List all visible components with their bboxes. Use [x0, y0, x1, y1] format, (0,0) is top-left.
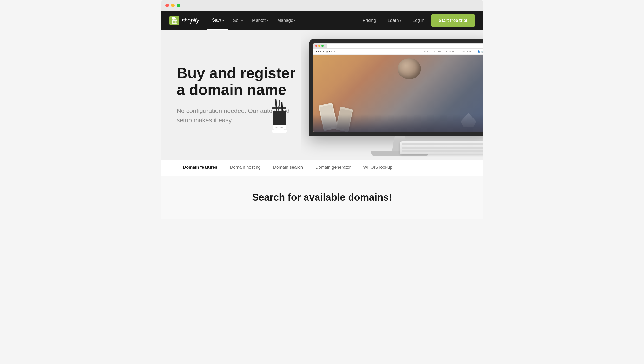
- logo-text: shopify: [182, 17, 199, 24]
- start-chevron-icon: ▾: [222, 19, 224, 22]
- tab-domain-generator[interactable]: Domain generator: [309, 160, 357, 176]
- coconut-decoration: [398, 58, 421, 79]
- shopify-logo-icon: SHOP: [169, 16, 179, 25]
- cup-base: [272, 130, 287, 133]
- tab-navigation: Domain features Domain hosting Domain se…: [161, 160, 483, 176]
- hero-image-area: csera △▲♥✦ HOME EXPLORE STOCKISTS CONTAC…: [301, 30, 483, 160]
- search-section: Search for available domains!: [161, 176, 483, 219]
- main-nav: SHOP shopify Start ▾ Sell ▾ Market ▾ Man…: [161, 11, 483, 30]
- nav-market[interactable]: Market ▾: [247, 11, 273, 30]
- monitor-screen-border: csera △▲♥✦ HOME EXPLORE STOCKISTS CONTAC…: [309, 39, 483, 136]
- mountain-bg: [313, 114, 483, 132]
- hero-content: Buy and register a domain name No config…: [161, 44, 312, 146]
- cup-label: PANTONE: [273, 125, 286, 130]
- tab-domain-search[interactable]: Domain search: [267, 160, 309, 176]
- monitor: csera △▲♥✦ HOME EXPLORE STOCKISTS CONTAC…: [309, 39, 483, 156]
- monitor-mockup: csera △▲♥✦ HOME EXPLORE STOCKISTS CONTAC…: [309, 39, 483, 156]
- learn-chevron-icon: ▾: [400, 19, 401, 22]
- nav-right: Pricing Learn ▾ Log in Start free trial: [358, 11, 475, 30]
- hero-section: Buy and register a domain name No config…: [161, 30, 483, 160]
- cup-body: PANTONE: [273, 111, 286, 130]
- logo-link[interactable]: SHOP shopify: [169, 16, 199, 25]
- nav-start[interactable]: Start ▾: [207, 11, 228, 30]
- pencil-cup-decoration: PANTONE: [273, 107, 287, 134]
- search-section-title: Search for available domains!: [177, 192, 468, 203]
- monitor-screen: csera △▲♥✦ HOME EXPLORE STOCKISTS CONTAC…: [313, 43, 483, 132]
- nav-sell[interactable]: Sell ▾: [228, 11, 247, 30]
- minimize-button-dot[interactable]: [171, 4, 175, 7]
- nav-manage[interactable]: Manage ▾: [273, 11, 300, 30]
- nav-links: Start ▾ Sell ▾ Market ▾ Manage ▾: [207, 11, 358, 30]
- manage-chevron-icon: ▾: [294, 19, 295, 22]
- svg-text:SHOP: SHOP: [173, 21, 178, 23]
- tab-whois-lookup[interactable]: WHOIS lookup: [357, 160, 398, 176]
- screen-nav-contact: CONTACT US: [461, 50, 475, 53]
- screen-nav-explore: EXPLORE: [433, 50, 443, 53]
- hero-title: Buy and register a domain name: [177, 65, 296, 98]
- keyboard-decoration: [400, 141, 483, 154]
- close-button-dot[interactable]: [165, 4, 169, 7]
- market-chevron-icon: ▾: [267, 19, 268, 22]
- screen-logo: csera △▲♥✦: [316, 50, 336, 53]
- tab-domain-hosting[interactable]: Domain hosting: [224, 160, 267, 176]
- tab-domain-features[interactable]: Domain features: [177, 160, 224, 176]
- sell-chevron-icon: ▾: [241, 19, 243, 22]
- nav-learn[interactable]: Learn ▾: [383, 11, 406, 30]
- window-chrome: [161, 0, 483, 11]
- nav-pricing[interactable]: Pricing: [358, 18, 381, 23]
- start-trial-button[interactable]: Start free trial: [431, 14, 475, 27]
- screen-nav-home: HOME: [424, 50, 430, 53]
- nav-login[interactable]: Log in: [408, 18, 429, 23]
- screen-nav-icons: 👤 🛒: [478, 50, 483, 53]
- maximize-button-dot[interactable]: [177, 4, 180, 7]
- screen-nav-stockists: STOCKISTS: [446, 50, 458, 53]
